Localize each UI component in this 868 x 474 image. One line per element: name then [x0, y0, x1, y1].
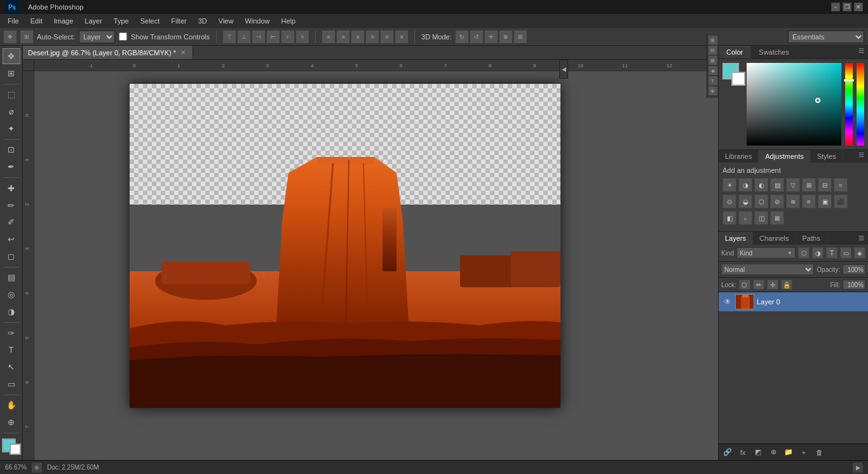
- menu-file[interactable]: File: [3, 16, 24, 26]
- menu-filter[interactable]: Filter: [166, 16, 191, 26]
- menu-window[interactable]: Window: [240, 16, 275, 26]
- layer-filter-toggle-icon[interactable]: ◈: [854, 247, 865, 259]
- chanmix-icon[interactable]: ◒: [738, 194, 752, 208]
- brush-tool-button[interactable]: ✏: [3, 198, 20, 213]
- colorbal-icon[interactable]: ⊟: [818, 178, 832, 192]
- shape-tool-button[interactable]: ▭: [3, 376, 20, 392]
- mini-btn-5[interactable]: T: [709, 76, 717, 85]
- adjustments-tab[interactable]: Adjustments: [759, 150, 811, 163]
- zoom-icon[interactable]: ⊕: [32, 463, 42, 473]
- healing-brush-button[interactable]: ✚: [3, 180, 20, 196]
- layer-visibility-icon[interactable]: 👁: [722, 297, 733, 307]
- dodge-button[interactable]: ◑: [3, 304, 20, 320]
- restore-button[interactable]: ❐: [843, 3, 851, 11]
- layer-group-button[interactable]: 📁: [782, 447, 795, 458]
- selectcolor-icon[interactable]: ⬛: [834, 194, 848, 208]
- hsl-icon[interactable]: ⊞: [802, 178, 816, 192]
- artboard-tool-button[interactable]: ⊞: [3, 65, 20, 81]
- levels-icon[interactable]: ◑: [738, 178, 752, 192]
- paths-tab[interactable]: Paths: [796, 232, 827, 245]
- layer-adjustment-button[interactable]: ⊕: [767, 447, 780, 458]
- pen-tool-button[interactable]: ✑: [3, 325, 20, 341]
- mini-btn-3[interactable]: ⊠: [709, 56, 717, 65]
- minimize-button[interactable]: −: [831, 3, 840, 11]
- show-transform-checkbox[interactable]: [119, 32, 127, 41]
- layer-filter-pixel-icon[interactable]: ⬡: [798, 247, 810, 259]
- adj-extra3[interactable]: ◫: [754, 211, 768, 225]
- dist-top-icon[interactable]: ≡: [322, 30, 335, 43]
- adj-panel-collapse[interactable]: ≡: [855, 150, 868, 163]
- status-arrow[interactable]: ▶: [853, 463, 863, 473]
- layers-panel-collapse[interactable]: ≡: [855, 233, 868, 243]
- color-spectrum[interactable]: [747, 63, 841, 146]
- layer-filter-adj-icon[interactable]: ◑: [812, 247, 824, 259]
- align-hmid-icon[interactable]: ⊦: [281, 30, 294, 43]
- blur-button[interactable]: ◎: [3, 287, 20, 302]
- lock-all-icon[interactable]: 🔒: [781, 280, 792, 290]
- dist-vmid-icon[interactable]: ≡: [337, 30, 349, 43]
- layer-row[interactable]: 👁 Layer 0: [719, 292, 868, 311]
- workspace-dropdown[interactable]: Essentials 3D Graphic and Web: [788, 30, 864, 43]
- gradmap-icon[interactable]: ▣: [818, 194, 832, 208]
- kind-dropdown[interactable]: Kind ▼: [736, 247, 796, 259]
- styles-tab[interactable]: Styles: [811, 150, 843, 163]
- exposure-icon[interactable]: ▤: [770, 178, 784, 192]
- eraser-button[interactable]: ◻: [3, 248, 20, 264]
- document-tab[interactable]: Desert.jpg @ 66.7% (Layer 0, RGB/8#/CMYK…: [23, 46, 193, 59]
- invert-icon[interactable]: ⊘: [770, 194, 784, 208]
- zoom-tool-button[interactable]: ⊕: [3, 414, 20, 430]
- 3d-scale-icon[interactable]: ⊞: [514, 30, 527, 43]
- 3d-slide-icon[interactable]: ⊕: [499, 30, 512, 43]
- tab-close-button[interactable]: ✕: [179, 48, 187, 57]
- lock-position-icon[interactable]: ✛: [767, 280, 778, 290]
- mini-btn-6[interactable]: ⊕: [709, 86, 717, 95]
- path-select-button[interactable]: ↖: [3, 359, 20, 375]
- libraries-tab[interactable]: Libraries: [719, 150, 759, 163]
- background-swatch[interactable]: [731, 72, 745, 86]
- align-bottom-icon[interactable]: ⊣: [252, 30, 265, 43]
- adj-extra2[interactable]: ⬦: [738, 211, 752, 225]
- mini-btn-2[interactable]: ⊟: [709, 46, 717, 55]
- hand-tool-button[interactable]: ✋: [3, 398, 20, 414]
- color-panel-collapse[interactable]: ≡: [855, 46, 868, 58]
- fg-bg-swatches[interactable]: [722, 63, 745, 86]
- posterize-icon[interactable]: ≋: [786, 194, 800, 208]
- lock-pixels-icon[interactable]: ⬡: [739, 280, 750, 290]
- color-tab[interactable]: Color: [719, 46, 751, 58]
- close-button[interactable]: ✕: [854, 3, 863, 11]
- photofilter-icon[interactable]: ⊙: [722, 194, 736, 208]
- adj-extra4[interactable]: ⊠: [770, 211, 784, 225]
- 3d-roll-icon[interactable]: ↺: [470, 30, 483, 43]
- menu-view[interactable]: View: [214, 16, 239, 26]
- layer-delete-button[interactable]: 🗑: [813, 447, 825, 458]
- crop-tool-button[interactable]: ⊡: [3, 142, 20, 158]
- full-spectrum-bar[interactable]: [857, 63, 864, 146]
- menu-type[interactable]: Type: [109, 16, 134, 26]
- align-right-icon[interactable]: ⊧: [296, 30, 309, 43]
- align-top-icon[interactable]: ⊤: [223, 30, 236, 43]
- eyedropper-button[interactable]: ✒: [3, 159, 20, 175]
- 3d-orbit-icon[interactable]: ↻: [456, 30, 468, 43]
- menu-image[interactable]: Image: [49, 16, 79, 26]
- align-left-icon[interactable]: ⊢: [267, 30, 280, 43]
- clone-stamp-button[interactable]: ✐: [3, 214, 20, 230]
- blend-mode-dropdown[interactable]: Normal Dissolve Multiply Screen Overlay: [721, 264, 814, 275]
- auto-select-dropdown[interactable]: Layer Group: [79, 30, 115, 43]
- dist-right-icon[interactable]: ≡: [395, 30, 408, 43]
- channels-tab[interactable]: Channels: [753, 232, 796, 245]
- threshold-icon[interactable]: ≡: [802, 194, 816, 208]
- dist-hmid-icon[interactable]: ≡: [381, 30, 393, 43]
- bw-icon[interactable]: ≈: [834, 178, 848, 192]
- vibrance-icon[interactable]: ▽: [786, 178, 800, 192]
- 3d-pan-icon[interactable]: ✛: [485, 30, 498, 43]
- panel-collapse-button[interactable]: ◀: [559, 60, 568, 79]
- canvas-background[interactable]: [34, 71, 718, 460]
- brightness-icon[interactable]: ☀: [722, 178, 736, 192]
- move-tool-button[interactable]: ✥: [3, 48, 20, 64]
- menu-help[interactable]: Help: [276, 16, 301, 26]
- layer-fx-button[interactable]: fx: [736, 447, 749, 458]
- colorlookup-icon[interactable]: ⬡: [754, 194, 768, 208]
- swatches-tab[interactable]: Swatches: [751, 46, 797, 58]
- lasso-tool-button[interactable]: ⌀: [3, 104, 20, 119]
- layer-filter-type-icon[interactable]: T: [826, 247, 837, 259]
